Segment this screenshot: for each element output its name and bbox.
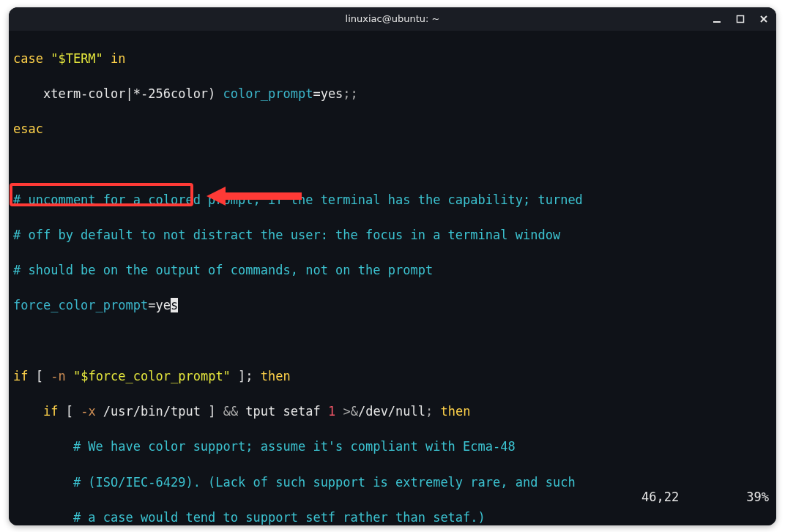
- code-line: # uncomment for a colored prompt, if the…: [13, 191, 772, 209]
- cursor-position: 46,22: [641, 490, 679, 504]
- code-line: xterm-color|*-256color) color_prompt=yes…: [13, 85, 772, 102]
- code-line: if [ -n "$force_color_prompt" ]; then: [13, 367, 772, 385]
- window-controls: [710, 12, 770, 26]
- close-icon[interactable]: [757, 12, 770, 26]
- scroll-percent: 39%: [746, 490, 769, 504]
- maximize-icon[interactable]: [734, 12, 747, 26]
- window-title: linuxiac@ubuntu: ~: [346, 13, 440, 24]
- code-line: [13, 155, 772, 173]
- terminal-body[interactable]: case "$TERM" in xterm-color|*-256color) …: [9, 31, 776, 525]
- code-line: # We have color support; assume it's com…: [13, 438, 772, 455]
- cursor: s: [171, 298, 178, 312]
- code-line: case "$TERM" in: [13, 50, 772, 67]
- code-line: force_color_prompt=yes: [13, 296, 772, 314]
- terminal-window: linuxiac@ubuntu: ~ case "$TERM" in xterm…: [9, 7, 776, 525]
- code-line: # off by default to not distract the use…: [13, 226, 772, 244]
- svg-rect-0: [713, 21, 721, 23]
- code-line: # should be on the output of commands, n…: [13, 261, 772, 279]
- minimize-icon[interactable]: [710, 12, 723, 26]
- status-bar: 46,22 39%: [597, 471, 769, 523]
- titlebar: linuxiac@ubuntu: ~: [9, 7, 776, 31]
- code-line: [13, 332, 772, 350]
- code-line: if [ -x /usr/bin/tput ] && tput setaf 1 …: [13, 402, 772, 420]
- code-line: esac: [13, 120, 772, 138]
- svg-rect-1: [737, 15, 744, 22]
